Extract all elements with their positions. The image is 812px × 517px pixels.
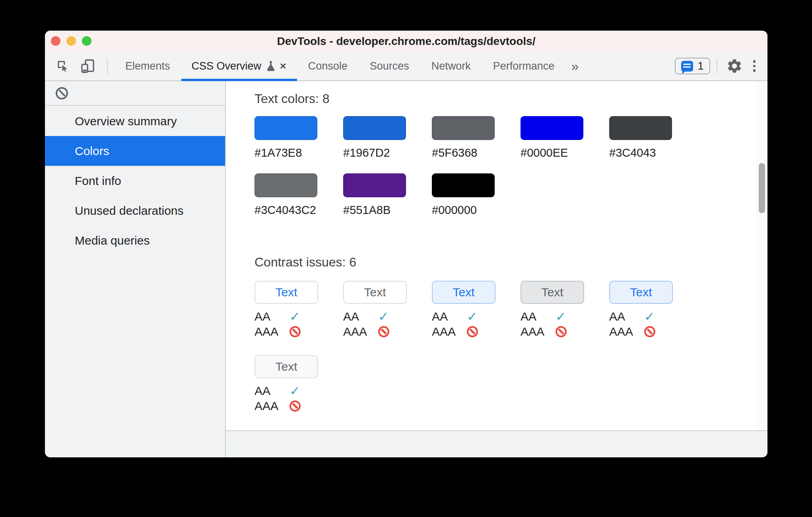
aaa-grade-row: AAA	[521, 326, 609, 338]
color-swatch-cell: #1A73E8	[254, 116, 343, 159]
sidebar-item-unused-declarations[interactable]: Unused declarations	[45, 196, 225, 225]
css-overview-sidebar: Overview summary Colors Font info Unused…	[45, 81, 226, 457]
check-icon: ✓	[644, 311, 655, 323]
aaa-grade-row: AAA	[254, 326, 343, 338]
devtools-window: DevTools - developer.chrome.com/tags/dev…	[45, 31, 767, 457]
color-swatch[interactable]	[609, 116, 672, 140]
color-hex-label: #1A73E8	[254, 146, 343, 159]
aaa-grade-row: AAA	[343, 326, 432, 338]
color-swatch[interactable]	[343, 173, 406, 197]
aaa-grade-row: AAA	[254, 400, 343, 412]
tab-sources[interactable]: Sources	[359, 52, 420, 80]
window-controls	[51, 36, 91, 46]
contrast-sample[interactable]: Text	[432, 281, 495, 304]
contrast-issues-grid: Text AA ✓ AAA Text	[254, 281, 698, 430]
contrast-sample[interactable]: Text	[521, 281, 584, 304]
fail-icon	[289, 400, 301, 412]
check-icon: ✓	[467, 311, 478, 323]
tab-elements[interactable]: Elements	[114, 52, 181, 80]
color-swatch-cell: #0000EE	[521, 116, 609, 159]
device-toolbar-icon	[80, 58, 96, 74]
aa-grade-row: AA ✓	[343, 311, 432, 323]
contrast-issue-cell: Text AA ✓ AAA	[521, 281, 609, 338]
color-swatch[interactable]	[254, 116, 317, 140]
close-tab-icon[interactable]: ×	[280, 60, 287, 72]
color-swatch[interactable]	[432, 116, 495, 140]
scrollbar-thumb[interactable]	[759, 163, 765, 213]
contrast-sample[interactable]: Text	[254, 281, 318, 304]
aa-label: AA	[609, 311, 644, 323]
gear-icon	[726, 58, 743, 74]
toolbar-divider	[107, 58, 108, 74]
color-hex-label: #000000	[432, 203, 521, 217]
sidebar-item-media-queries[interactable]: Media queries	[45, 225, 225, 255]
aaa-grade-row: AAA	[432, 326, 521, 338]
devtools-main: Overview summary Colors Font info Unused…	[45, 81, 767, 457]
colors-scroll-area: Text colors: 8 #1A73E8 #1967D2 #5F63	[226, 81, 767, 430]
color-hex-label: #3C4043	[609, 146, 698, 159]
zoom-window-button[interactable]	[82, 36, 91, 46]
tab-css-overview-label: CSS Overview	[192, 60, 262, 72]
color-swatch-cell: #5F6368	[432, 116, 521, 159]
contrast-sample[interactable]: Text	[609, 281, 673, 304]
contrast-issue-cell: Text AA ✓ AAA	[254, 281, 343, 338]
sidebar-nav: Overview summary Colors Font info Unused…	[45, 106, 225, 255]
sidebar-toolbar	[45, 81, 225, 106]
aa-label: AA	[254, 385, 289, 397]
aaa-label: AAA	[343, 326, 378, 338]
color-swatch-cell: #1967D2	[343, 116, 432, 159]
window-title: DevTools - developer.chrome.com/tags/dev…	[277, 35, 536, 48]
aa-label: AA	[432, 311, 467, 323]
fail-icon	[556, 326, 567, 337]
text-colors-heading: Text colors: 8	[254, 91, 752, 107]
tab-css-overview[interactable]: CSS Overview ×	[181, 52, 297, 80]
check-icon: ✓	[378, 311, 389, 323]
tab-performance[interactable]: Performance	[482, 52, 566, 80]
sidebar-item-font-info[interactable]: Font info	[45, 166, 225, 196]
clear-overview-icon[interactable]	[56, 87, 68, 99]
more-options-menu-button[interactable]	[753, 60, 756, 72]
aa-label: AA	[521, 311, 556, 323]
color-swatch-cell: #3C4043	[609, 116, 698, 159]
more-tabs-chevron[interactable]: »	[571, 58, 578, 74]
close-window-button[interactable]	[51, 36, 60, 46]
color-swatch[interactable]	[254, 173, 317, 197]
sidebar-item-overview-summary[interactable]: Overview summary	[45, 106, 225, 136]
aa-grade-row: AA ✓	[254, 311, 343, 323]
check-icon: ✓	[289, 385, 300, 397]
minimize-window-button[interactable]	[66, 36, 76, 46]
color-swatch[interactable]	[432, 173, 495, 197]
color-swatch-cell: #551A8B	[343, 173, 432, 217]
colors-panel: Text colors: 8 #1A73E8 #1967D2 #5F63	[226, 81, 767, 457]
tab-network[interactable]: Network	[420, 52, 482, 80]
aa-grade-row: AA ✓	[609, 311, 698, 323]
color-swatch-cell: #000000	[432, 173, 521, 217]
contrast-sample[interactable]: Text	[343, 281, 407, 304]
fail-icon	[644, 326, 655, 337]
message-bubble-icon	[681, 61, 693, 72]
aa-grade-row: AA ✓	[432, 311, 521, 323]
experiment-flask-icon	[266, 60, 276, 72]
sidebar-item-colors[interactable]: Colors	[45, 136, 225, 166]
issues-messages-button[interactable]: 1	[675, 58, 710, 74]
contrast-issue-cell: Text AA ✓ AAA	[432, 281, 521, 338]
panel-footer	[226, 430, 767, 457]
toggle-device-toolbar-button[interactable]	[80, 58, 96, 74]
vertical-scrollbar[interactable]	[756, 81, 767, 430]
inspect-element-button[interactable]	[56, 59, 70, 73]
contrast-issue-cell: Text AA ✓ AAA	[254, 355, 343, 412]
inspect-cursor-icon	[56, 59, 70, 73]
contrast-sample[interactable]: Text	[254, 355, 318, 378]
check-icon: ✓	[289, 311, 300, 323]
color-swatch-cell: #3C4043C2	[254, 173, 343, 217]
fail-icon	[289, 326, 301, 337]
aaa-label: AAA	[432, 326, 467, 338]
color-hex-label: #3C4043C2	[254, 203, 343, 217]
tab-console[interactable]: Console	[297, 52, 359, 80]
settings-button[interactable]	[726, 58, 743, 74]
titlebar: DevTools - developer.chrome.com/tags/dev…	[45, 31, 767, 52]
color-swatch[interactable]	[343, 116, 406, 140]
color-swatch[interactable]	[521, 116, 583, 140]
aa-label: AA	[343, 311, 378, 323]
aaa-label: AAA	[521, 326, 556, 338]
